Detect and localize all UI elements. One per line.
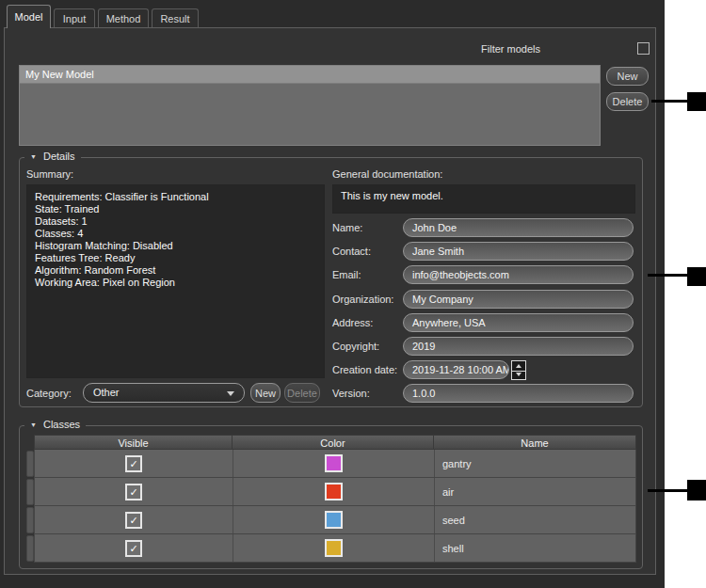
contact-label: Contact: (332, 246, 371, 257)
summary-textarea[interactable]: Requirements: Classifier is Functional S… (26, 184, 325, 378)
name-field[interactable]: John Doe (403, 218, 634, 237)
tab-input[interactable]: Input (54, 8, 95, 28)
copyright-field[interactable]: 2019 (403, 337, 634, 356)
version-label: Version: (332, 388, 370, 399)
classes-group-title[interactable]: ▼ Classes (24, 419, 86, 430)
contact-field[interactable]: Jane Smith (403, 242, 634, 261)
collapse-arrow-icon: ▼ (30, 153, 37, 160)
column-header-visible[interactable]: Visible (34, 435, 233, 450)
table-row-shell[interactable]: ✓ shell (34, 534, 636, 563)
organization-field[interactable]: My Company (403, 290, 634, 309)
column-header-name[interactable]: Name (433, 435, 636, 450)
filter-models-label: Filter models (481, 43, 540, 55)
check-icon: ✓ (129, 457, 137, 470)
general-documentation-textarea[interactable]: This is my new model. (332, 184, 635, 214)
check-icon: ✓ (129, 514, 137, 527)
copyright-label: Copyright: (332, 341, 379, 352)
email-field[interactable]: info@theobjects.com (403, 265, 634, 284)
category-dropdown[interactable]: Other (83, 383, 245, 403)
row-handle[interactable] (26, 451, 34, 477)
collapse-arrow-icon: ▼ (30, 421, 37, 428)
callout-line (651, 100, 687, 103)
category-delete-button[interactable]: Delete (284, 383, 320, 403)
email-label: Email: (332, 269, 361, 280)
visible-checkbox[interactable]: ✓ (125, 512, 142, 529)
address-label: Address: (332, 317, 373, 328)
general-documentation-label: General documentation: (332, 168, 442, 180)
visible-checkbox[interactable]: ✓ (125, 484, 142, 501)
color-swatch[interactable] (325, 454, 343, 472)
color-swatch[interactable] (325, 539, 343, 557)
organization-label: Organization: (332, 294, 393, 305)
name-cell[interactable]: air (435, 478, 637, 505)
visible-cell: ✓ (35, 534, 233, 562)
tab-method[interactable]: Method (98, 8, 149, 28)
app-panel: Model Input Method Result Filter models … (0, 0, 665, 588)
class-name: air (435, 486, 454, 498)
color-swatch[interactable] (325, 511, 343, 529)
callout-marker (687, 267, 706, 286)
callout-line (648, 274, 687, 277)
color-cell (233, 534, 435, 562)
color-cell (233, 450, 435, 477)
callout-marker (687, 480, 706, 501)
visible-cell: ✓ (35, 450, 233, 477)
tab-result[interactable]: Result (152, 8, 199, 28)
name-cell[interactable]: gantry (435, 450, 637, 477)
name-cell[interactable]: shell (435, 534, 637, 562)
table-row-gantry[interactable]: ✓ gantry (34, 450, 636, 478)
model-delete-button[interactable]: Delete (606, 92, 649, 111)
details-title-label: Details (43, 151, 75, 162)
color-cell (233, 506, 435, 533)
check-icon: ✓ (129, 542, 137, 555)
row-handle[interactable] (26, 507, 34, 533)
check-icon: ✓ (129, 485, 137, 499)
visible-checkbox[interactable]: ✓ (125, 455, 142, 472)
visible-cell: ✓ (35, 478, 233, 505)
classes-title-label: Classes (43, 419, 80, 430)
category-new-button[interactable]: New (250, 383, 281, 403)
color-cell (233, 478, 435, 505)
name-cell[interactable]: seed (435, 506, 637, 533)
color-swatch[interactable] (325, 483, 343, 501)
name-label: Name: (332, 222, 362, 233)
row-handle[interactable] (26, 479, 34, 505)
visible-cell: ✓ (35, 506, 233, 533)
visible-checkbox[interactable]: ✓ (125, 540, 142, 557)
table-row-seed[interactable]: ✓ seed (34, 506, 636, 534)
category-label: Category: (26, 388, 72, 399)
spinner-down-icon[interactable] (512, 371, 525, 380)
callout-line (648, 489, 687, 492)
model-list[interactable]: My New Model (19, 65, 601, 146)
row-handle[interactable] (26, 535, 34, 562)
class-name: shell (435, 543, 464, 554)
table-row-air[interactable]: ✓ air (34, 478, 636, 506)
version-field[interactable]: 1.0.0 (403, 384, 634, 403)
address-field[interactable]: Anywhere, USA (403, 313, 634, 332)
creation-date-field[interactable]: 2019-11-28 10:00 AM (403, 360, 509, 379)
callout-marker (687, 92, 706, 111)
details-group-title[interactable]: ▼ Details (24, 151, 81, 162)
creation-date-label: Creation date: (332, 364, 397, 375)
category-value: Other (93, 387, 120, 398)
model-list-item[interactable]: My New Model (20, 66, 600, 84)
tab-model[interactable]: Model (7, 5, 51, 28)
model-new-button[interactable]: New (606, 67, 649, 86)
chevron-down-icon (227, 391, 234, 396)
class-name: gantry (435, 458, 472, 469)
column-header-color[interactable]: Color (232, 435, 434, 450)
creation-date-spinner[interactable] (511, 360, 526, 380)
class-name: seed (435, 515, 465, 526)
summary-label: Summary: (26, 168, 73, 180)
filter-models-checkbox[interactable] (637, 42, 650, 55)
